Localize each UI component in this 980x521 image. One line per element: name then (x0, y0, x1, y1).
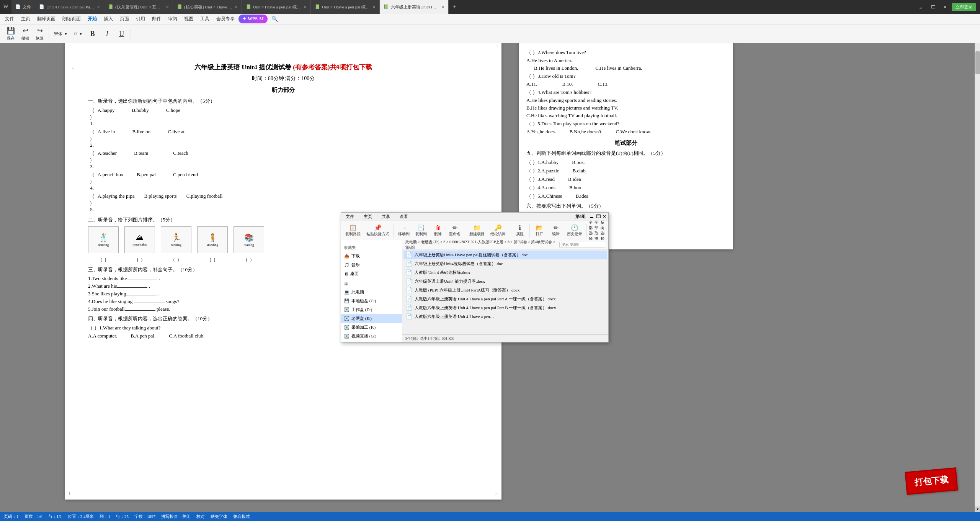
fm-select-all-btn[interactable]: 全部选择 (589, 220, 593, 241)
fm-maximize-btn[interactable]: 🗖 (596, 214, 601, 220)
menu-ref[interactable]: 引用 (133, 15, 148, 23)
fm-btn-access[interactable]: 🔑 经松访问 (488, 223, 508, 238)
save-button[interactable]: 💾保存 (4, 25, 18, 42)
history-icon: 🕐 (571, 224, 578, 231)
right-scrollbar[interactable]: ▲ ▼ (975, 32, 980, 512)
fm-btn-delete[interactable]: 🗑 删除 (430, 223, 446, 238)
fm-sidebar-g[interactable]: 💽 视频直播 (G:) (341, 332, 402, 341)
fm-minimize-btn[interactable]: 🗕 (590, 214, 594, 220)
tab-4-close[interactable]: ✕ (235, 5, 238, 9)
font-family-selector[interactable]: 宋体▼ (52, 30, 70, 38)
fm-file-1[interactable]: 📄 六年级上册英语Unit4 I have pen pal提优测试卷（含答案）.… (403, 251, 607, 259)
tab-6[interactable]: 📗 Unit 4 I have a pen pal 综合复习… ✕ (311, 0, 380, 14)
redo-button[interactable]: ↪恢复 (33, 25, 47, 42)
fm-sidebar-f[interactable]: 💽 采编加工 (F:) (341, 323, 402, 332)
fm-sidebar-e[interactable]: 💽 老硬盘 (E:) (341, 314, 402, 323)
tab-7-close[interactable]: ✕ (441, 5, 444, 9)
font-size-selector[interactable]: 12▼ (71, 30, 85, 37)
fm-btn-move[interactable]: → 移动到 (396, 223, 412, 238)
q2-line: （ ）2. A.live in B.live on C.live at (88, 128, 479, 148)
maximize-button[interactable]: 🗖 (928, 4, 938, 10)
bold-button[interactable]: B (86, 29, 100, 39)
file-3-name: 人教版 Unit 4 基础达标练.docx (415, 270, 605, 275)
fm-file-7[interactable]: 📄 人教版六年级上册英语 Unit 4 I have a pen pal Par… (403, 303, 607, 312)
q1-a: A.happy (98, 107, 114, 113)
fm-file-3[interactable]: 📄 人教版 Unit 4 基础达标练.docx (403, 268, 607, 277)
fm-tab-share[interactable]: 共享 (377, 213, 395, 221)
tab-7[interactable]: 📗 六年级上册英语Unit4 I have … ✕ ✕ (380, 0, 449, 14)
fm-btn-copy-path[interactable]: 📋 复制路径 (343, 223, 363, 238)
tab-5-close[interactable]: ✕ (304, 5, 307, 9)
fm-btn-paste-shortcut[interactable]: 📌 粘贴快捷方式 (364, 223, 392, 238)
tab-1[interactable]: 📄 文件 (11, 0, 35, 14)
img-5-icon: 📚 (244, 233, 254, 242)
fm-close-btn[interactable]: ✕ (603, 214, 606, 220)
menu-review[interactable]: 审阅 (165, 15, 180, 23)
open-icon: 📂 (536, 224, 543, 231)
close-button[interactable]: ✕ (940, 4, 950, 10)
menu-file[interactable]: 文件 (2, 15, 17, 23)
q5-line: （ ）5. A.playing the pipa B.playing sport… (88, 193, 479, 213)
fm-invert-btn[interactable]: 反向选择 (601, 220, 604, 241)
wps-ai-button[interactable]: ✦ WPS AI (238, 15, 268, 23)
fm-sidebar-download[interactable]: 📥 下载 (341, 252, 402, 260)
fm-btn-props[interactable]: ℹ 属性 (512, 223, 528, 238)
fm-sidebar-music[interactable]: 🎵 音乐 (341, 260, 402, 269)
minimize-button[interactable]: 🗕 (916, 4, 926, 10)
fm-tab-home[interactable]: 主页 (359, 213, 377, 221)
undo-button[interactable]: ↩撤销 (18, 25, 32, 42)
img-2-label: mountains (132, 242, 147, 246)
fm-tab-file[interactable]: 文件 (341, 213, 359, 221)
fm-btn-new[interactable]: 📁 新建项目 (467, 223, 487, 238)
menu-home[interactable]: 主页 (18, 15, 33, 23)
fm-file-4[interactable]: 📄 六年级英语上册Unit4 能力提升卷.docx (403, 277, 607, 286)
menu-start[interactable]: 开始 (85, 15, 100, 23)
menu-page[interactable]: 页面 (117, 15, 132, 23)
tab-6-close[interactable]: ✕ (372, 5, 376, 9)
menu-insert[interactable]: 插入 (101, 15, 116, 23)
menu-read[interactable]: 朗读页面 (59, 15, 84, 23)
scroll-thumb[interactable] (975, 51, 980, 74)
fm-sidebar-desktop[interactable]: 🖥 桌面 (341, 269, 402, 278)
fm-sidebar-d[interactable]: 💽 工作盘 (D:) (341, 305, 402, 314)
fm-btn-copy[interactable]: 📑 复制到 (413, 223, 429, 238)
move-handle[interactable]: :: (72, 65, 75, 70)
search-button[interactable]: 🔍 (268, 14, 281, 24)
fm-file-6[interactable]: 📄 人教版六年级上册英语 Unit 4 I have a pen pal Par… (403, 295, 607, 303)
new-tab-button[interactable]: + (449, 0, 460, 14)
fm-sidebar-c[interactable]: 💾 本地磁盘 (C:) (341, 297, 402, 305)
judge3-b: B.idea (568, 176, 581, 182)
tab-3[interactable]: 📗 (快乐暑假练) Unit 4 基础达标练习 ✕ (104, 0, 173, 14)
menu-view[interactable]: 视图 (181, 15, 196, 23)
download-stamp[interactable]: 打包下载 (905, 467, 958, 495)
fm-btn-rename[interactable]: ✏ 重命名 (447, 223, 463, 238)
tab-2-close[interactable]: ✕ (97, 5, 100, 9)
fm-sidebar-j[interactable]: 💽 桃心软件 (J:) (341, 341, 402, 342)
login-button[interactable]: 立即登录 (952, 3, 976, 11)
tab-4[interactable]: 📗 [核心突破] Unit 4 I have a pen … ✕ (173, 0, 242, 14)
fm-file-2[interactable]: 📄 六年级上册英语Unit4统标测试卷（含答案）.doc (403, 259, 607, 268)
fm-btn-history[interactable]: 🕐 历史记录 (565, 223, 585, 238)
fm-deselect-all-btn[interactable]: 全部取消 (595, 220, 598, 241)
italic-button[interactable]: I (100, 29, 114, 39)
f-drive-icon: 💽 (344, 325, 350, 330)
tab-2[interactable]: 📄 Unit 4 I have a pen pal Part A.pdf ✕ (35, 0, 104, 14)
fm-file-8[interactable]: 📄 人教版六年级上册英语 Unit 4 I have a pen… (403, 312, 607, 321)
fm-btn-open[interactable]: 📂 打开 (532, 223, 547, 238)
underline-button[interactable]: U (115, 29, 129, 39)
menu-translate[interactable]: 翻译页面 (34, 15, 59, 23)
menu-member[interactable]: 会员专享 (213, 15, 238, 23)
tab-3-close[interactable]: ✕ (166, 5, 169, 9)
tab-5[interactable]: 📗 Unit 4 I have a pen pal 综合复习… ✕ (242, 0, 311, 14)
tab-3-title: (快乐暑假练) Unit 4 基础达标练习 (115, 4, 164, 10)
fm-btn-edit[interactable]: ✏ 编辑 (548, 223, 564, 238)
q5-c: C.playing football (186, 193, 223, 199)
fm-tab-view[interactable]: 查看 (395, 213, 413, 221)
scroll-down-arrow[interactable]: ▼ (975, 506, 980, 512)
menu-mail[interactable]: 邮件 (149, 15, 164, 23)
fm-search-input[interactable] (559, 242, 605, 247)
menu-tools[interactable]: 工具 (197, 15, 212, 23)
fm-file-5[interactable]: 📄 人教版 (PEP) 六年级上册Unit4 PartA练习（附答案）.docx (403, 286, 607, 295)
wps-logo[interactable]: W (0, 0, 11, 14)
fm-sidebar-pc[interactable]: 💻 此电脑 (341, 288, 402, 297)
